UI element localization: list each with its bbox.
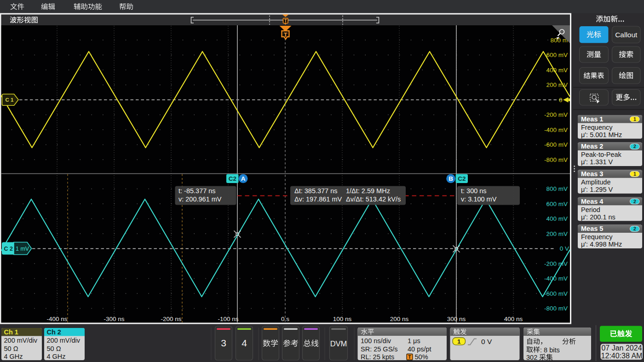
svg-text:800 mV: 800 mV [546, 185, 568, 192]
svg-text:0: 0 [559, 97, 563, 103]
svg-text:: 8 bits: : 8 bits [540, 346, 560, 354]
svg-text:-800 mV: -800 mV [544, 156, 568, 163]
svg-text:4: 4 [242, 338, 247, 348]
svg-text:50%: 50% [415, 353, 428, 361]
svg-text:-800 mV: -800 mV [544, 305, 568, 312]
svg-text:-600 mV: -600 mV [544, 290, 568, 297]
svg-text:T: T [408, 354, 411, 360]
svg-text:Meas 5: Meas 5 [581, 225, 603, 232]
svg-text:DVM: DVM [330, 339, 347, 348]
svg-text:Callout: Callout [615, 31, 638, 39]
svg-text:Ch 2: Ch 2 [47, 328, 61, 336]
svg-text:t: -85.377 ns: t: -85.377 ns [178, 187, 216, 195]
svg-text:T: T [284, 31, 288, 38]
svg-text:-400 ns: -400 ns [46, 316, 67, 322]
svg-text:600 mV: 600 mV [546, 52, 568, 58]
svg-text:Amplitude: Amplitude [581, 178, 610, 186]
svg-text:302: 302 [526, 354, 537, 361]
svg-text:200 ns: 200 ns [390, 316, 409, 322]
svg-text:600 mV: 600 mV [546, 201, 568, 207]
svg-text:2: 2 [633, 199, 636, 204]
svg-text:-200 mV: -200 mV [544, 260, 568, 267]
svg-text:100 ns/div: 100 ns/div [361, 337, 391, 345]
svg-text:C2: C2 [229, 175, 236, 182]
svg-text:C 1: C 1 [6, 97, 14, 103]
svg-text:Period: Period [581, 206, 600, 213]
svg-text:v: 3.100 mV: v: 3.100 mV [461, 195, 497, 203]
svg-text:40 ps/pt: 40 ps/pt [408, 345, 431, 353]
svg-text:07 Jan 2024: 07 Jan 2024 [601, 344, 642, 352]
svg-text:Δt: 385.377 ns: Δt: 385.377 ns [294, 187, 338, 195]
svg-text:200 mV/div: 200 mV/div [47, 337, 80, 344]
svg-text:0 V: 0 V [560, 245, 569, 252]
svg-text:Peak-to-Peak: Peak-to-Peak [581, 151, 622, 158]
svg-text:μ': 1.331 V: μ': 1.331 V [581, 158, 613, 166]
svg-text:300 ns: 300 ns [447, 316, 466, 322]
svg-text:400 mV: 400 mV [546, 67, 568, 74]
svg-text:RL: 25 kpts: RL: 25 kpts [361, 353, 394, 361]
svg-text:3: 3 [221, 338, 226, 348]
svg-text:t: 300 ns: t: 300 ns [461, 187, 487, 195]
svg-text:μ': 200.1 ns: μ': 200.1 ns [581, 213, 615, 221]
svg-text:μ': 4.998 MHz: μ': 4.998 MHz [581, 241, 622, 248]
svg-text:C 2: C 2 [4, 246, 13, 252]
svg-text:Δv/Δt: 513.42 kV/s: Δv/Δt: 513.42 kV/s [346, 195, 401, 203]
svg-text:0 V: 0 V [481, 338, 492, 345]
svg-text:0 s: 0 s [281, 316, 289, 322]
svg-text:200 mV: 200 mV [546, 81, 568, 88]
svg-text:-400 mV: -400 mV [544, 275, 568, 282]
svg-text:50 Ω: 50 Ω [47, 345, 61, 352]
svg-text:-300 ns: -300 ns [104, 316, 124, 322]
svg-text:Δv: 197.861 mV: Δv: 197.861 mV [294, 195, 342, 203]
svg-text:4 GHz: 4 GHz [47, 353, 66, 360]
svg-text:μ': 5.001 MHz: μ': 5.001 MHz [581, 131, 622, 138]
svg-text:Meas 2: Meas 2 [581, 143, 603, 150]
svg-text:SR: 25 GS/s: SR: 25 GS/s [361, 345, 398, 353]
svg-text:100 ns: 100 ns [333, 316, 352, 322]
svg-text:-400 mV: -400 mV [544, 126, 568, 133]
svg-text:T: T [284, 18, 287, 23]
svg-text:-200 ns: -200 ns [161, 316, 181, 322]
svg-text:12:40:38 AM: 12:40:38 AM [601, 352, 643, 360]
svg-text:200 mV: 200 mV [546, 230, 568, 237]
svg-text:400 ns: 400 ns [504, 316, 523, 322]
svg-text:50 Ω: 50 Ω [4, 345, 18, 352]
svg-text:-100 ns: -100 ns [218, 316, 238, 322]
svg-text:Frequency: Frequency [581, 233, 613, 241]
svg-text:1: 1 [633, 171, 636, 177]
svg-text:1: 1 [457, 338, 461, 345]
svg-text:1/Δt: 2.59 MHz: 1/Δt: 2.59 MHz [346, 187, 390, 195]
svg-text:-600 mV: -600 mV [544, 141, 568, 148]
svg-text:μ': 1.295 V: μ': 1.295 V [581, 186, 613, 193]
svg-text:Meas 1: Meas 1 [581, 115, 603, 123]
svg-text:1 mV: 1 mV [16, 246, 29, 252]
svg-text:C2: C2 [458, 175, 466, 182]
svg-text:200 mV/div: 200 mV/div [4, 337, 38, 344]
svg-text:400 mV: 400 mV [546, 215, 568, 222]
svg-text:1: 1 [633, 116, 636, 122]
svg-text:-200 mV: -200 mV [544, 111, 568, 118]
svg-text:Frequency: Frequency [581, 124, 613, 131]
svg-text:v: 200.961 mV: v: 200.961 mV [178, 195, 222, 203]
svg-text:Meas 4: Meas 4 [581, 198, 603, 205]
svg-text:4 GHz: 4 GHz [4, 353, 23, 360]
svg-text:2: 2 [633, 226, 636, 231]
svg-text:A: A [241, 175, 246, 182]
svg-text:2: 2 [633, 144, 636, 149]
svg-text:Ch 1: Ch 1 [4, 328, 18, 336]
svg-text:1 μs: 1 μs [408, 337, 420, 345]
svg-text:Meas 3: Meas 3 [581, 170, 603, 178]
svg-text:B: B [448, 175, 453, 182]
